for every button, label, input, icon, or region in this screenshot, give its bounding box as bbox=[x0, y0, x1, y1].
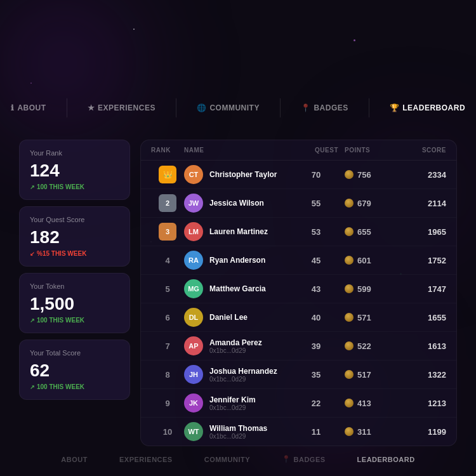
name-sub-9: 0x1bc...0d29 bbox=[209, 433, 267, 440]
stat-change-1: ↙ %15 THIS WEEK bbox=[30, 250, 119, 257]
rank-number-7: 7 bbox=[165, 341, 169, 351]
rank-cell-9: 10 bbox=[151, 427, 184, 437]
stat-arrow-3: ↗ bbox=[30, 384, 35, 390]
name-cell-2: LM Lauren Martinez bbox=[184, 222, 294, 241]
coin-icon-2 bbox=[345, 227, 354, 236]
points-cell-1: 679 bbox=[338, 199, 402, 208]
col-name: NAME bbox=[184, 147, 294, 154]
quest-cell-5: 40 bbox=[294, 313, 338, 322]
coin-icon-8 bbox=[345, 399, 354, 407]
name-info-2: Lauren Martinez bbox=[209, 227, 268, 236]
footer-label-3: BADGES bbox=[294, 456, 326, 463]
points-cell-4: 599 bbox=[338, 284, 402, 294]
nav-item-about[interactable]: ℹABOUT bbox=[11, 103, 46, 112]
col-quest: QUEST bbox=[294, 147, 338, 154]
name-cell-9: WT William Thomas 0x1bc...0d29 bbox=[184, 422, 294, 441]
nav-label-community: COMMUNITY bbox=[209, 103, 260, 112]
star-2 bbox=[354, 39, 355, 41]
stat-card-3: Your Total Score 62 ↗ 100 THIS WEEK bbox=[19, 340, 130, 400]
footer-nav-item-2[interactable]: COMMUNITY bbox=[204, 456, 250, 463]
table-row: 8 JH Joshua Hernandez 0x1bc...0d29 35 51… bbox=[141, 360, 456, 389]
nav-icon-badges: 📍 bbox=[301, 103, 311, 112]
rank-cell-2: 3 bbox=[151, 223, 184, 241]
coin-icon-0 bbox=[345, 170, 354, 179]
stat-arrow-2: ↗ bbox=[30, 317, 35, 324]
name-info-9: William Thomas 0x1bc...0d29 bbox=[209, 424, 267, 440]
stat-change-val-1: %15 THIS WEEK bbox=[37, 250, 86, 257]
score-cell-6: 1613 bbox=[402, 341, 446, 351]
nav-item-community[interactable]: 🌐COMMUNITY bbox=[197, 103, 260, 112]
footer-nav-item-4[interactable]: LEADERBOARD bbox=[357, 456, 415, 463]
stat-arrow-0: ↗ bbox=[30, 184, 35, 190]
table-row: 7 AP Amanda Perez 0x1bc...0d29 39 522 16… bbox=[141, 332, 456, 360]
footer-icon-3: 📍 bbox=[282, 455, 291, 463]
name-main-5: Daniel Lee bbox=[209, 313, 248, 322]
avatar-7: JH bbox=[184, 365, 203, 384]
points-val-5: 571 bbox=[357, 313, 371, 322]
nav-item-badges[interactable]: 📍BADGES bbox=[301, 103, 348, 112]
avatar-2: LM bbox=[184, 222, 203, 241]
rank-cell-0: 👑 bbox=[151, 166, 184, 183]
points-cell-9: 311 bbox=[338, 427, 402, 437]
points-val-7: 517 bbox=[357, 370, 371, 380]
bg-decoration-1 bbox=[0, 0, 159, 159]
rank-cell-1: 2 bbox=[151, 194, 184, 212]
name-info-8: Jennifer Kim 0x1bc...0d29 bbox=[209, 395, 256, 411]
avatar-6: AP bbox=[184, 336, 203, 355]
score-cell-7: 1322 bbox=[402, 370, 446, 380]
quest-cell-2: 53 bbox=[294, 227, 338, 237]
stat-change-val-0: 100 THIS WEEK bbox=[37, 183, 84, 190]
rank-cell-7: 8 bbox=[151, 370, 184, 380]
table-row: 9 JK Jennifer Kim 0x1bc...0d29 22 413 12… bbox=[141, 389, 456, 418]
nav-label-badges: BADGES bbox=[314, 103, 348, 112]
stat-value-1: 182 bbox=[30, 227, 119, 248]
name-cell-1: JW Jessica Wilson bbox=[184, 194, 294, 213]
footer-nav-item-0[interactable]: ABOUT bbox=[61, 456, 88, 463]
quest-cell-9: 11 bbox=[294, 427, 338, 437]
points-cell-3: 601 bbox=[338, 256, 402, 265]
points-val-2: 655 bbox=[357, 227, 371, 237]
avatar-1: JW bbox=[184, 194, 203, 213]
name-main-9: William Thomas bbox=[209, 424, 267, 433]
name-main-2: Lauren Martinez bbox=[209, 227, 268, 236]
table-row: 10 WT William Thomas 0x1bc...0d29 11 311… bbox=[141, 418, 456, 446]
avatar-5: DL bbox=[184, 308, 203, 327]
points-cell-6: 522 bbox=[338, 341, 402, 351]
star-1 bbox=[133, 29, 135, 30]
coin-icon-9 bbox=[345, 427, 354, 436]
footer-nav-item-1[interactable]: EXPERIENCES bbox=[119, 456, 173, 463]
nav-item-experiences[interactable]: ★EXPERIENCES bbox=[88, 103, 155, 112]
nav-item-leaderboard[interactable]: 🏆LEADERBOARD bbox=[390, 103, 465, 112]
name-info-7: Joshua Hernandez 0x1bc...0d29 bbox=[209, 367, 277, 383]
footer-nav-item-3[interactable]: 📍BADGES bbox=[282, 455, 326, 463]
quest-cell-8: 22 bbox=[294, 399, 338, 408]
nav-label-experiences: EXPERIENCES bbox=[98, 103, 155, 112]
avatar-9: WT bbox=[184, 422, 203, 441]
footer-nav: ABOUTEXPERIENCESCOMMUNITY📍BADGESLEADERBO… bbox=[0, 455, 476, 463]
nav-divider-1 bbox=[67, 98, 67, 117]
leaderboard-header: RANK NAME QUEST POINTS SCORE bbox=[141, 140, 456, 161]
footer-label-0: ABOUT bbox=[61, 456, 88, 463]
col-rank: RANK bbox=[151, 147, 184, 154]
name-cell-3: RA Ryan Anderson bbox=[184, 251, 294, 270]
stat-value-2: 1,500 bbox=[30, 294, 119, 314]
main-content: Your Rank 124 ↗ 100 THIS WEEK Your Quest… bbox=[19, 140, 457, 446]
table-row: 4 RA Ryan Anderson 45 601 1752 bbox=[141, 246, 456, 275]
name-info-0: Christopher Taylor bbox=[209, 170, 277, 179]
rank-number-9: 9 bbox=[165, 399, 169, 408]
name-main-8: Jennifer Kim bbox=[209, 395, 256, 404]
points-cell-2: 655 bbox=[338, 227, 402, 237]
name-info-6: Amanda Perez 0x1bc...0d29 bbox=[209, 338, 262, 354]
rank-number-4: 4 bbox=[165, 256, 169, 265]
score-cell-0: 2334 bbox=[402, 170, 446, 180]
name-main-6: Amanda Perez bbox=[209, 338, 262, 347]
hero-section bbox=[0, 19, 476, 23]
nav-icon-community: 🌐 bbox=[197, 103, 207, 112]
star-3 bbox=[30, 83, 32, 84]
coin-icon-6 bbox=[345, 341, 354, 350]
rank-cell-6: 7 bbox=[151, 341, 184, 351]
nav-label-leaderboard: LEADERBOARD bbox=[402, 103, 465, 112]
rank-number-8: 8 bbox=[165, 370, 169, 380]
stat-label-1: Your Quest Score bbox=[30, 216, 119, 223]
stat-card-1: Your Quest Score 182 ↙ %15 THIS WEEK bbox=[19, 206, 130, 267]
